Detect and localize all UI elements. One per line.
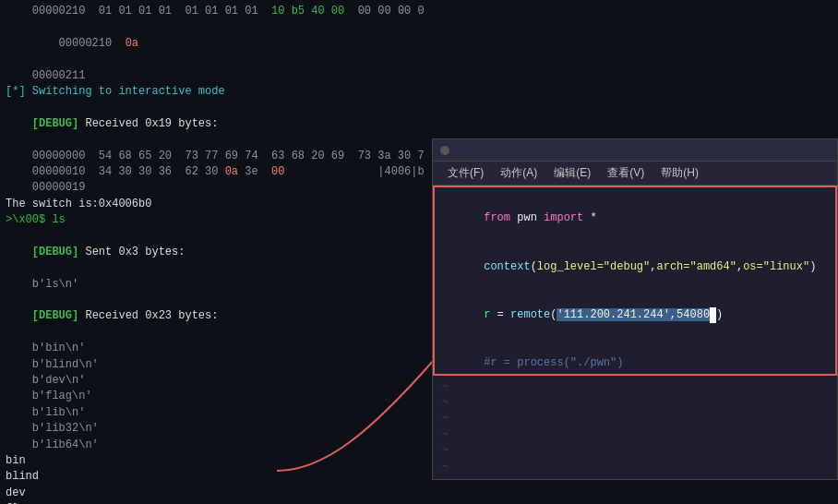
menu-view[interactable]: 查看(V) [600,163,652,183]
term-line: b'lib64\n' [6,438,419,453]
term-line: dev [6,486,419,501]
term-line: 00000210 0a [6,19,419,67]
term-line: [DEBUG] Sent 0x3 bytes: [6,228,419,276]
code-line-1: from pwn import * [444,195,826,243]
editor-menubar: 文件(F) 动作(A) 编辑(E) 查看(V) 帮助(H) [433,162,837,186]
editor-tilde-area: ~ ~ ~ ~ ~ ~ [433,376,837,479]
term-line: b'ls\n' [6,277,419,293]
term-line: b'lib32\n' [6,421,419,437]
term-line: >\x00$ ls [6,212,419,228]
menu-help[interactable]: 帮助(H) [653,163,706,183]
term-line: b'lib\n' [6,405,419,421]
term-line: 00000010 34 30 30 36 62 30 0a 3e 00 |400… [6,164,419,180]
term-line: 00000000 54 68 65 20 73 77 69 74 63 68 2… [6,149,419,164]
term-line: [DEBUG] Received 0x19 bytes: [6,100,419,148]
term-line: [DEBUG] Received 0x23 bytes: [6,293,419,341]
term-line: b'bin\n' [6,341,419,356]
term-line: b'blind\n' [6,357,419,373]
term-line: bin [6,453,419,469]
term-line: b'dev\n' [6,373,419,389]
editor-panel[interactable]: 文件(F) 动作(A) 编辑(E) 查看(V) 帮助(H) from pwn i… [432,138,838,480]
code-line-3: r = remote('111.200.241.244',54080 ) [444,291,826,339]
menu-action[interactable]: 动作(A) [493,163,545,183]
editor-code-area[interactable]: from pwn import * context(log_level="deb… [433,186,837,376]
terminal-panel[interactable]: 00000210 01 01 01 01 01 01 01 01 10 b5 4… [0,0,425,504]
term-line: 00000211 [6,68,419,84]
term-line: 00000210 01 01 01 01 01 01 01 01 10 b5 4… [6,4,419,19]
term-line: The switch is:0x4006b0 [6,197,419,212]
term-line: b'flag\n' [6,389,419,404]
term-line: 00000019 [6,180,419,196]
code-line-2: context(log_level="debug",arch="amd64",o… [444,243,826,291]
editor-titlebar [433,139,837,162]
menu-edit[interactable]: 编辑(E) [546,163,598,183]
code-line-4: #r = process("./pwn") [444,340,826,376]
term-line: blind [6,469,419,485]
menu-file[interactable]: 文件(F) [440,163,491,183]
window-button[interactable] [440,146,449,155]
term-line: [*] Switching to interactive mode [6,84,419,100]
